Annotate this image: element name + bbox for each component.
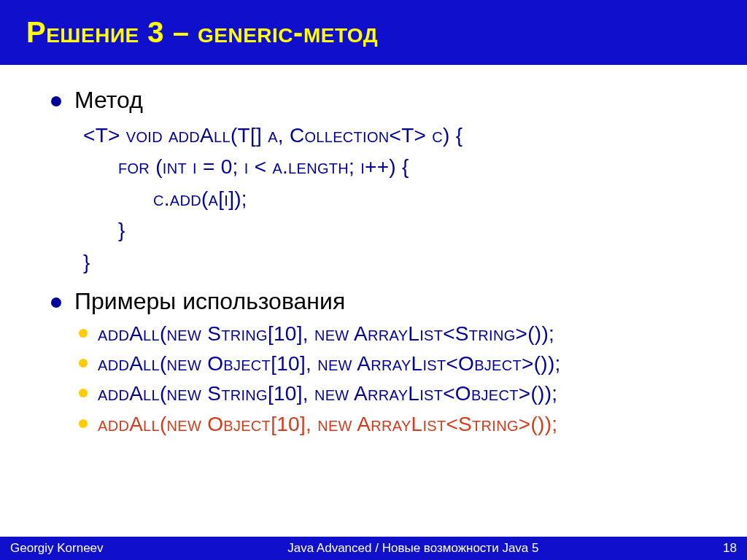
bullet-text: Примеры использования: [74, 288, 345, 315]
footer-page: 18: [723, 541, 737, 556]
slide-footer: Georgiy Korneev Java Advanced / Новые во…: [0, 537, 747, 560]
example-text: addAll(new Object[10], new ArrayList<Str…: [98, 410, 557, 438]
code-line: <T> void addAll(T[] a, Collection<T> c) …: [83, 120, 718, 151]
example-item: addAll(new String[10], new ArrayList<Obj…: [79, 379, 718, 408]
slide-title: Решение 3 – generic-метод: [0, 0, 747, 65]
example-text: addAll(new Object[10], new ArrayList<Obj…: [98, 349, 561, 378]
code-line: for (int i = 0; i < a.length; i++) {: [83, 151, 718, 182]
footer-course: Java Advanced / Новые возможности Java 5: [104, 541, 724, 556]
slide-content: Метод <T> void addAll(T[] a, Collection<…: [0, 65, 747, 537]
bullet-icon: [79, 389, 88, 397]
code-line: }: [83, 246, 718, 278]
bullet-examples: Примеры использования: [51, 288, 718, 315]
example-text: addAll(new String[10], new ArrayList<Obj…: [98, 379, 557, 408]
code-line: c.add(a[i]);: [83, 183, 718, 214]
bullet-icon: [79, 359, 88, 368]
slide: Решение 3 – generic-метод Метод <T> void…: [0, 0, 747, 560]
bullet-icon: [79, 419, 88, 428]
example-item: addAll(new String[10], new ArrayList<Str…: [79, 319, 718, 348]
example-item-error: addAll(new Object[10], new ArrayList<Str…: [79, 410, 718, 438]
code-block: <T> void addAll(T[] a, Collection<T> c) …: [83, 120, 718, 278]
examples-list: addAll(new String[10], new ArrayList<Str…: [79, 319, 718, 438]
bullet-text: Метод: [74, 87, 143, 114]
bullet-icon: [51, 96, 61, 106]
bullet-icon: [51, 298, 61, 308]
example-text: addAll(new String[10], new ArrayList<Str…: [98, 319, 554, 348]
footer-author: Georgiy Korneev: [10, 541, 104, 556]
bullet-icon: [79, 329, 88, 338]
bullet-method: Метод: [51, 87, 718, 114]
example-item: addAll(new Object[10], new ArrayList<Obj…: [79, 349, 718, 378]
code-line: }: [83, 214, 718, 246]
